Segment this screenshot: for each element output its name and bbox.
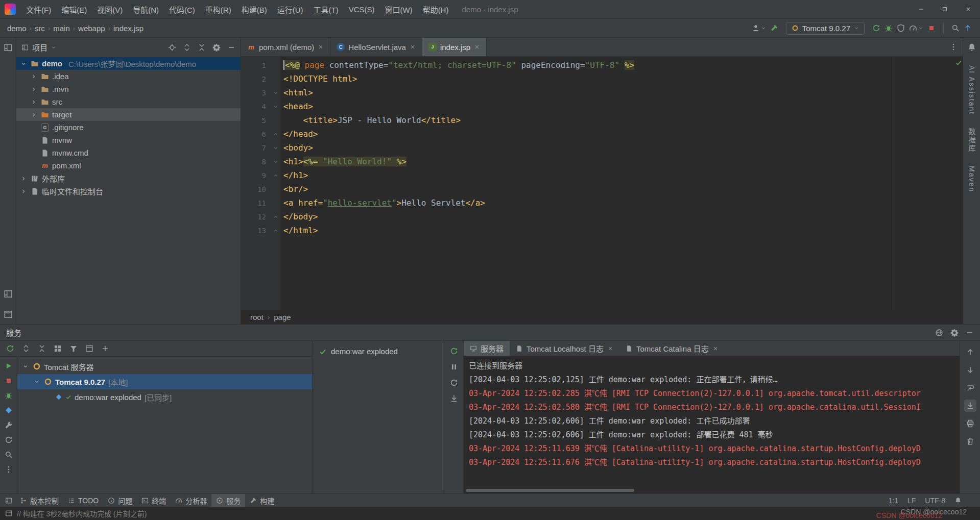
fold-indicator[interactable]: [271, 145, 280, 151]
project-tree-item[interactable]: 外部库: [16, 172, 241, 185]
hide-icon[interactable]: [227, 43, 235, 52]
project-panel-title[interactable]: 项目: [32, 42, 47, 53]
services-tree-item[interactable]: demo:war exploded [已同步]: [17, 389, 312, 405]
tool-window-button[interactable]: AI Assistant: [968, 65, 976, 115]
console-tab[interactable]: Tomcat Localhost 日志: [510, 341, 619, 356]
tree-chevron[interactable]: [30, 85, 38, 93]
filter-icon[interactable]: [69, 344, 78, 353]
console-output[interactable]: 已连接到服务器[2024-04-03 12:25:02,125] 工件 demo…: [464, 356, 960, 487]
code-line[interactable]: <head>: [281, 100, 954, 113]
menubar-item[interactable]: 运行(U): [272, 0, 308, 18]
statusbar-item[interactable]: 版本控制: [15, 494, 63, 507]
menubar-item[interactable]: VCS(S): [344, 0, 380, 18]
breadcrumb-item[interactable]: main: [52, 24, 71, 33]
update-button[interactable]: [962, 22, 974, 34]
tab-close-button[interactable]: [410, 44, 416, 50]
run-icon[interactable]: [5, 362, 13, 370]
soft-wrap-button[interactable]: [964, 382, 976, 394]
editor-breadcrumb-item[interactable]: page: [273, 313, 292, 321]
window-icon[interactable]: [4, 310, 13, 319]
collapse-all-icon[interactable]: [198, 43, 206, 52]
project-tree-item[interactable]: src: [16, 95, 241, 108]
add-icon[interactable]: [101, 344, 109, 353]
scroll-end-button[interactable]: [964, 400, 976, 412]
scroll-down-icon[interactable]: [450, 394, 458, 403]
expand-all-icon[interactable]: [22, 344, 30, 353]
code-line[interactable]: <a href="hello-servlet">Hello Servlet</a…: [281, 196, 954, 210]
run-config-select[interactable]: Tomcat 9.0.27: [786, 22, 865, 35]
build-hammer-button[interactable]: [768, 22, 780, 34]
globe-icon[interactable]: [935, 329, 943, 337]
tab-close-button[interactable]: [318, 44, 324, 50]
refresh-gray-icon[interactable]: [5, 436, 13, 444]
menubar-item[interactable]: 文件(F): [21, 0, 56, 18]
tree-chevron[interactable]: [30, 98, 38, 106]
code-line[interactable]: </html>: [281, 224, 954, 237]
breadcrumb-item[interactable]: demo: [6, 24, 28, 33]
more-icon[interactable]: [5, 465, 13, 474]
fold-indicator[interactable]: [271, 159, 280, 165]
tree-chevron[interactable]: [19, 187, 28, 195]
bell-icon[interactable]: [954, 497, 962, 504]
tool-window-button[interactable]: 数据库: [967, 128, 977, 153]
code-line[interactable]: <br/>: [281, 182, 954, 196]
statusbar-item[interactable]: 服务: [211, 494, 245, 507]
print-button[interactable]: [964, 417, 976, 430]
editor-tab[interactable]: CHelloServlet.java: [330, 38, 422, 56]
line-separator[interactable]: LF: [907, 497, 916, 505]
gear-icon[interactable]: [212, 43, 221, 52]
user-button[interactable]: [750, 22, 768, 34]
tab-close-button[interactable]: [607, 345, 613, 352]
code-line[interactable]: </h1>: [281, 168, 954, 182]
statusbar-item[interactable]: 问题: [103, 494, 137, 507]
arrow-down-button[interactable]: [964, 364, 976, 376]
profiler-button[interactable]: [907, 22, 925, 34]
idea-logo-icon[interactable]: [5, 4, 16, 15]
menubar-item[interactable]: 窗口(W): [379, 0, 417, 18]
refresh-gray-icon[interactable]: [450, 379, 458, 387]
tree-chevron[interactable]: [21, 362, 30, 370]
expand-all-icon[interactable]: [183, 43, 191, 52]
pause-icon[interactable]: [450, 363, 458, 371]
fold-indicator[interactable]: [271, 131, 280, 137]
minimize-button[interactable]: [910, 0, 933, 18]
code-line[interactable]: </head>: [281, 127, 954, 141]
editor-scrollbar[interactable]: [954, 57, 963, 310]
code-line[interactable]: </body>: [281, 210, 954, 224]
rerun-icon[interactable]: [450, 347, 458, 355]
console-tab[interactable]: Tomcat Catalina 日志: [619, 341, 725, 356]
services-tree-item[interactable]: Tomcat 9.0.27 [本地]: [17, 374, 312, 389]
arrow-up-button[interactable]: [964, 346, 976, 358]
project-tree-item[interactable]: demoC:\Users\张梦圆\Desktop\demo\demo: [16, 57, 241, 70]
project-tree-item[interactable]: G.gitignore: [16, 121, 241, 134]
maximize-button[interactable]: [933, 0, 957, 18]
editor-tab[interactable]: Jindex.jsp: [422, 38, 487, 56]
breadcrumb-item[interactable]: src: [34, 24, 46, 33]
clear-button[interactable]: [964, 435, 976, 448]
statusbar-item[interactable]: 终端: [137, 494, 171, 507]
editor-tab[interactable]: mpom.xml (demo): [241, 38, 330, 56]
menubar-item[interactable]: 导航(N): [128, 0, 164, 18]
caret-position[interactable]: 1:1: [889, 497, 898, 505]
fold-indicator[interactable]: [271, 90, 280, 96]
tab-close-button[interactable]: [712, 345, 719, 352]
menubar-item[interactable]: 帮助(H): [418, 0, 454, 18]
deploy-icon[interactable]: [5, 406, 13, 414]
menubar-item[interactable]: 构建(B): [236, 0, 272, 18]
project-tree-item[interactable]: mpom.xml: [16, 159, 241, 172]
statusbar-item[interactable]: TODO: [63, 494, 103, 507]
menubar-item[interactable]: 代码(C): [164, 0, 200, 18]
rerun-button[interactable]: [870, 22, 882, 34]
bell-icon[interactable]: [967, 43, 976, 52]
tool-window-button[interactable]: Maven: [968, 166, 976, 192]
code-area[interactable]: <%@ page contentType="text/html; charset…: [281, 57, 954, 310]
debug-button[interactable]: [882, 22, 895, 34]
code-line[interactable]: <title>JSP - Hello World</title>: [281, 113, 954, 127]
project-tree-item[interactable]: .mvn: [16, 83, 241, 95]
menubar-item[interactable]: 视图(V): [92, 0, 128, 18]
project-icon[interactable]: [4, 43, 13, 52]
find-icon[interactable]: [5, 451, 13, 459]
search-button[interactable]: [949, 22, 962, 34]
console-tab[interactable]: 服务器: [464, 341, 510, 356]
code-line[interactable]: <html>: [281, 86, 954, 100]
